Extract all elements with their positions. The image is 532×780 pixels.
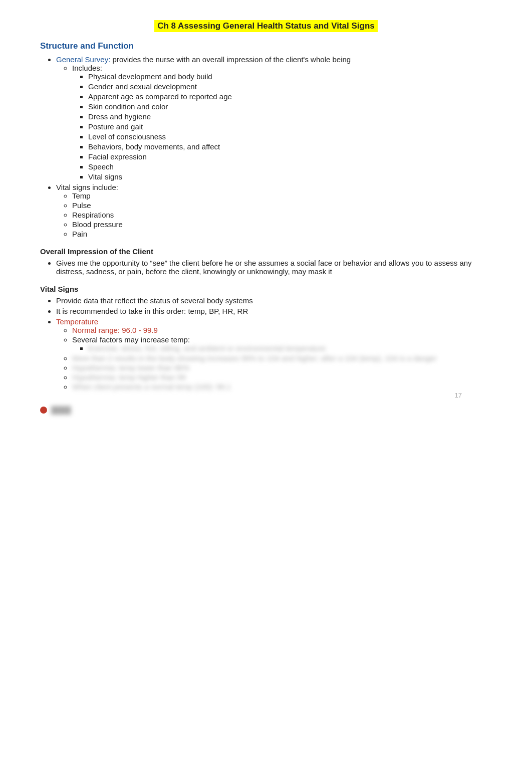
list-item: Vital signs — [88, 172, 492, 181]
list-item: Temp — [72, 191, 492, 200]
normal-range-item: Normal range: 96.0 - 99.9 — [72, 326, 492, 334]
blurred-text-4: Hypothermia: temp higher than 99 — [72, 373, 186, 381]
blurred-item-2: More than 2 results in the body showing … — [72, 354, 492, 362]
list-item: Provide data that reflect the status of … — [56, 296, 492, 305]
list-item: Dress and hygiene — [88, 112, 492, 121]
list-item: Speech — [88, 162, 492, 171]
general-survey-text: provides the nurse with an overall impre… — [110, 55, 351, 64]
several-factors-item: Several factors may increase temp: Exerc… — [72, 335, 492, 352]
bottom-section: ████ — [40, 406, 492, 414]
blurred-item-3: Hypothermia: temp lower than 96% — [72, 363, 492, 372]
red-bullet-icon — [40, 407, 47, 414]
list-item: Vital signs include: Temp Pulse Respirat… — [56, 183, 492, 238]
list-item: Blood pressure — [72, 220, 492, 229]
list-item: General Survey: provides the nurse with … — [56, 55, 492, 181]
list-item: Gender and sexual development — [88, 82, 492, 91]
list-item: Physical development and body build — [88, 72, 492, 81]
list-item: Posture and gait — [88, 122, 492, 131]
section1-heading: Structure and Function — [40, 41, 492, 51]
general-survey-term: General Survey: — [56, 55, 110, 64]
section2-heading: Overall Impression of the Client — [40, 247, 492, 256]
list-item: Gives me the opportunity to “see” the cl… — [56, 259, 492, 276]
blurred-text-1: Exercise, stress, hot, sitting, and ambi… — [88, 344, 326, 352]
list-item: Pulse — [72, 201, 492, 210]
list-item: Pain — [72, 230, 492, 238]
list-item: Behaviors, body movements, and affect — [88, 142, 492, 151]
temperature-term: Temperature — [56, 317, 98, 326]
list-item: Includes: Physical development and body … — [72, 64, 492, 181]
list-item: Facial expression — [88, 152, 492, 161]
list-item: Apparent age as compared to reported age — [88, 92, 492, 101]
vital-signs-include-label: Vital signs include: — [56, 183, 118, 191]
list-item: Respirations — [72, 211, 492, 219]
includes-label: Includes: — [72, 64, 102, 72]
bottom-blurred-text: ████ — [51, 406, 71, 414]
blurred-item-5: When client presents a normal temp (100)… — [72, 382, 492, 391]
list-item: It is recommended to take in this order:… — [56, 307, 492, 315]
temperature-item: Temperature Normal range: 96.0 - 99.9 Se… — [56, 317, 492, 391]
page-title: Ch 8 Assessing General Health Status and… — [154, 20, 378, 32]
list-item: Level of consciousness — [88, 132, 492, 141]
list-item: Skin condition and color — [88, 102, 492, 111]
blurred-item: Exercise, stress, hot, sitting, and ambi… — [88, 344, 492, 352]
normal-range-text: Normal range: 96.0 - 99.9 — [72, 326, 158, 334]
blurred-text-2: More than 2 results in the body showing … — [72, 354, 437, 362]
blurred-text-5: When client presents a normal temp (100)… — [72, 382, 231, 391]
blurred-text-3: Hypothermia: temp lower than 96% — [72, 363, 189, 372]
blurred-item-4: Hypothermia: temp higher than 99 — [72, 373, 492, 381]
several-factors-text: Several factors may increase temp: — [72, 335, 190, 344]
section3-heading: Vital Signs — [40, 285, 492, 293]
page-number: 17 — [455, 392, 462, 399]
